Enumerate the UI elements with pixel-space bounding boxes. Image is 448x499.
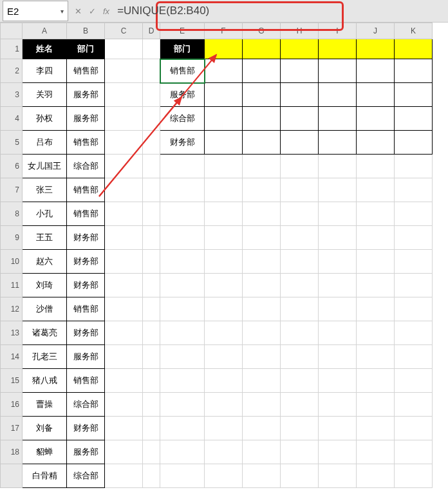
cell[interactable]: 服务部 xyxy=(67,83,105,107)
cell[interactable] xyxy=(143,59,160,83)
cell[interactable]: 猪八戒 xyxy=(23,369,67,393)
cell[interactable] xyxy=(395,178,433,202)
cell[interactable] xyxy=(105,345,143,369)
cell[interactable]: 财务部 xyxy=(67,226,105,250)
row-header[interactable]: 16 xyxy=(1,393,23,417)
cell[interactable] xyxy=(105,131,143,155)
cell[interactable] xyxy=(281,59,319,83)
cell[interactable] xyxy=(281,464,319,488)
cell[interactable] xyxy=(395,393,433,417)
cell[interactable] xyxy=(319,321,357,345)
cell[interactable] xyxy=(143,131,160,155)
cell[interactable]: 财务部 xyxy=(67,417,105,440)
cell[interactable] xyxy=(281,131,319,155)
cell[interactable] xyxy=(357,297,395,321)
cell[interactable]: 女儿国王 xyxy=(23,155,67,178)
cell[interactable] xyxy=(357,59,395,83)
cell[interactable] xyxy=(205,321,243,345)
cell[interactable] xyxy=(243,369,281,393)
cell[interactable] xyxy=(205,417,243,440)
cell[interactable] xyxy=(160,464,205,488)
cell[interactable] xyxy=(281,440,319,464)
cancel-icon[interactable]: ✕ xyxy=(71,4,85,18)
cell[interactable] xyxy=(243,178,281,202)
cell[interactable] xyxy=(319,107,357,131)
cell[interactable] xyxy=(205,440,243,464)
cell[interactable] xyxy=(357,155,395,178)
cell[interactable] xyxy=(281,155,319,178)
cell[interactable]: 王五 xyxy=(23,226,67,250)
cell[interactable] xyxy=(143,393,160,417)
cell[interactable] xyxy=(105,83,143,107)
cell[interactable]: 服务部 xyxy=(67,440,105,464)
row-header[interactable]: 7 xyxy=(1,178,23,202)
cell[interactable] xyxy=(319,59,357,83)
row-header[interactable]: 9 xyxy=(1,226,23,250)
cell[interactable] xyxy=(105,59,143,83)
cell[interactable] xyxy=(319,39,357,59)
cell[interactable] xyxy=(105,107,143,131)
col-header[interactable]: C xyxy=(105,23,143,39)
name-box[interactable]: E2 ▾ xyxy=(3,1,68,21)
cell[interactable] xyxy=(143,202,160,226)
cell[interactable] xyxy=(395,274,433,297)
cell[interactable]: 综合部 xyxy=(67,155,105,178)
cell[interactable] xyxy=(395,131,433,155)
cell[interactable] xyxy=(395,107,433,131)
cell[interactable]: 销售部 xyxy=(67,178,105,202)
cell[interactable]: 曹操 xyxy=(23,393,67,417)
cell[interactable] xyxy=(281,393,319,417)
cell[interactable] xyxy=(395,202,433,226)
cell[interactable] xyxy=(357,321,395,345)
cell[interactable] xyxy=(243,83,281,107)
row-header[interactable]: 15 xyxy=(1,369,23,393)
cell[interactable]: 销售部 xyxy=(67,297,105,321)
cell[interactable] xyxy=(243,345,281,369)
cell[interactable] xyxy=(357,226,395,250)
cell[interactable] xyxy=(105,321,143,345)
cell[interactable]: 综合部 xyxy=(160,107,205,131)
cell[interactable] xyxy=(205,131,243,155)
enter-icon[interactable]: ✓ xyxy=(85,4,99,18)
cell[interactable] xyxy=(143,417,160,440)
cell[interactable] xyxy=(205,345,243,369)
cell[interactable] xyxy=(243,417,281,440)
cell[interactable] xyxy=(357,274,395,297)
cell[interactable] xyxy=(105,178,143,202)
cell[interactable] xyxy=(205,202,243,226)
cell[interactable] xyxy=(143,464,160,488)
cell[interactable] xyxy=(319,274,357,297)
cell[interactable] xyxy=(243,226,281,250)
cell[interactable] xyxy=(160,226,205,250)
cell[interactable]: 吕布 xyxy=(23,131,67,155)
cell[interactable] xyxy=(357,202,395,226)
cell[interactable] xyxy=(319,464,357,488)
row-header[interactable]: 10 xyxy=(1,250,23,274)
cell[interactable] xyxy=(160,369,205,393)
cell[interactable] xyxy=(243,202,281,226)
cell[interactable] xyxy=(143,369,160,393)
cell[interactable]: 李四 xyxy=(23,59,67,83)
cell[interactable] xyxy=(319,345,357,369)
cell[interactable] xyxy=(205,464,243,488)
cell[interactable] xyxy=(243,297,281,321)
cell[interactable] xyxy=(319,393,357,417)
row-header[interactable]: 2 xyxy=(1,59,23,83)
cell[interactable] xyxy=(105,250,143,274)
cell[interactable] xyxy=(243,250,281,274)
cell[interactable] xyxy=(281,297,319,321)
cell[interactable]: 白骨精 xyxy=(23,464,67,488)
cell[interactable]: 孙权 xyxy=(23,107,67,131)
cell[interactable] xyxy=(319,202,357,226)
cell[interactable] xyxy=(357,107,395,131)
table-header-cell[interactable]: 部门 xyxy=(160,39,205,59)
cell[interactable] xyxy=(160,178,205,202)
cell[interactable] xyxy=(160,393,205,417)
cell[interactable] xyxy=(243,393,281,417)
cell[interactable] xyxy=(143,250,160,274)
table-header-cell[interactable]: 部门 xyxy=(67,39,105,59)
col-header[interactable]: A xyxy=(23,23,67,39)
cell[interactable]: 财务部 xyxy=(67,321,105,345)
cell[interactable] xyxy=(319,250,357,274)
cell[interactable] xyxy=(243,131,281,155)
